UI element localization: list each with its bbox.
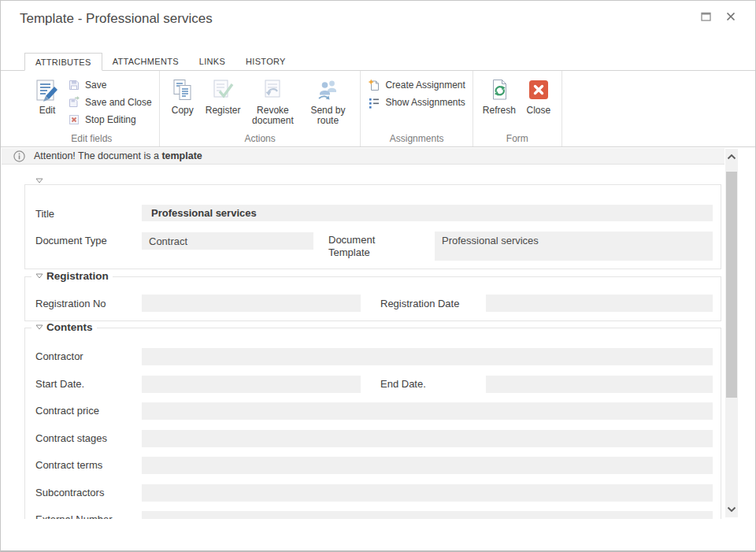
save-and-close-button[interactable]: Save and Close: [68, 94, 152, 109]
scroll-up-button[interactable]: [725, 150, 738, 163]
document-template-label: Document Template: [328, 234, 403, 259]
section-general: Title Professional services Document Typ…: [24, 184, 721, 269]
contract-stages-label: Contract stages: [35, 432, 107, 444]
title-field[interactable]: Professional services: [142, 205, 713, 221]
save-button[interactable]: Save: [68, 77, 152, 92]
assignments-small-buttons: Create Assignment Show Assignments: [368, 75, 465, 109]
start-date-label: Start Date.: [35, 378, 84, 390]
group-label-actions: Actions: [160, 133, 361, 144]
show-assignments-icon: [368, 96, 380, 109]
contract-stages-field[interactable]: [142, 430, 713, 447]
stop-editing-icon: [68, 113, 80, 126]
tab-attachments[interactable]: ATTACHMENTS: [102, 53, 189, 71]
document-type-label: Document Type: [35, 235, 107, 246]
title-label: Title: [35, 208, 54, 220]
save-and-close-icon: [68, 96, 80, 109]
maximize-icon: [701, 12, 711, 21]
vertical-scrollbar[interactable]: [725, 149, 738, 517]
edit-fields-small-buttons: Save Save and Close Stop Editing: [68, 75, 152, 127]
tab-history[interactable]: HISTORY: [235, 53, 296, 71]
edit-button[interactable]: Edit: [32, 75, 63, 128]
tab-links[interactable]: LINKS: [189, 53, 235, 71]
subcontractors-label: Subcontractors: [35, 487, 104, 498]
document-type-field[interactable]: Contract: [142, 232, 313, 250]
section-registration-header: Registration: [32, 270, 113, 282]
external-number-field[interactable]: [142, 511, 713, 519]
registration-no-label: Registration No: [35, 298, 106, 309]
collapse-icon[interactable]: [35, 178, 43, 183]
scrollbar-thumb[interactable]: [726, 172, 737, 398]
refresh-button[interactable]: Refresh: [480, 75, 518, 128]
close-form-icon: [527, 76, 550, 103]
revoke-document-icon: [261, 76, 284, 103]
create-assignment-icon: [368, 79, 380, 91]
section-registration: Registration Registration No Registratio…: [24, 276, 721, 321]
register-icon: [211, 76, 235, 103]
attention-text: Attention! The document is a template: [34, 150, 202, 161]
contractor-field[interactable]: [142, 348, 713, 365]
external-number-label: External Number: [35, 513, 113, 519]
group-label-edit-fields: Edit fields: [24, 133, 159, 144]
info-icon: [13, 150, 25, 162]
dialog-window: Template - Professional services ATTRIBU…: [0, 0, 756, 552]
form-scroll-area: Title Professional services Document Typ…: [2, 165, 755, 519]
scroll-down-button[interactable]: [725, 503, 738, 516]
window-title: Template - Professional services: [20, 11, 213, 27]
stop-editing-button[interactable]: Stop Editing: [68, 112, 152, 127]
save-icon: [68, 79, 80, 91]
ribbon-group-assignments: Create Assignment Show Assignments Assig…: [361, 71, 472, 146]
contractor-label: Contractor: [35, 350, 83, 362]
subcontractors-field[interactable]: [142, 484, 713, 502]
ribbon-toolbar: Edit Save Save an: [1, 71, 755, 147]
tab-bar: ATTRIBUTES ATTACHMENTS LINKS HISTORY: [1, 53, 755, 71]
group-label-form: Form: [473, 133, 561, 144]
close-window-button[interactable]: [725, 11, 736, 21]
show-assignments-button[interactable]: Show Assignments: [368, 94, 465, 109]
collapse-icon[interactable]: [35, 324, 43, 330]
section-contents-header: Contents: [32, 321, 97, 333]
tab-attributes[interactable]: ATTRIBUTES: [24, 53, 102, 71]
copy-button[interactable]: Copy: [167, 75, 198, 128]
end-date-field[interactable]: [486, 376, 713, 393]
window-controls: [700, 11, 736, 21]
send-by-route-icon: [316, 76, 339, 103]
chevron-down-icon: [727, 506, 736, 513]
contract-terms-label: Contract terms: [35, 459, 102, 471]
register-button[interactable]: Register: [203, 75, 243, 128]
close-form-button[interactable]: Close: [523, 75, 554, 128]
end-date-label: End Date.: [380, 378, 426, 390]
contract-price-field[interactable]: [142, 402, 713, 420]
registration-no-field[interactable]: [142, 295, 361, 312]
ribbon-group-actions: Copy Register: [160, 71, 361, 146]
maximize-button[interactable]: [700, 11, 711, 21]
start-date-field[interactable]: [142, 376, 361, 393]
send-by-route-button[interactable]: Send by route: [302, 75, 353, 128]
chevron-up-icon: [727, 154, 736, 160]
revoke-document-button[interactable]: Revoke document: [247, 75, 298, 128]
section-contents: Contents Contractor Start Date. End Date…: [24, 328, 721, 519]
ribbon-group-edit-fields: Edit Save Save an: [24, 71, 160, 146]
edit-icon: [35, 76, 60, 103]
contract-price-label: Contract price: [35, 405, 99, 417]
document-template-field[interactable]: Professional services: [435, 232, 713, 261]
ribbon-group-form: Refresh Close Form: [473, 71, 562, 146]
collapse-icon[interactable]: [35, 273, 43, 279]
contract-terms-field[interactable]: [142, 457, 713, 474]
attention-banner: Attention! The document is a template: [2, 148, 724, 165]
registration-date-field[interactable]: [486, 295, 713, 312]
refresh-icon: [487, 76, 511, 103]
create-assignment-button[interactable]: Create Assignment: [368, 77, 465, 92]
copy-icon: [171, 76, 195, 103]
group-label-assignments: Assignments: [361, 133, 472, 144]
section-general-header: [32, 178, 47, 183]
close-icon: [726, 12, 736, 21]
registration-date-label: Registration Date: [380, 298, 459, 309]
